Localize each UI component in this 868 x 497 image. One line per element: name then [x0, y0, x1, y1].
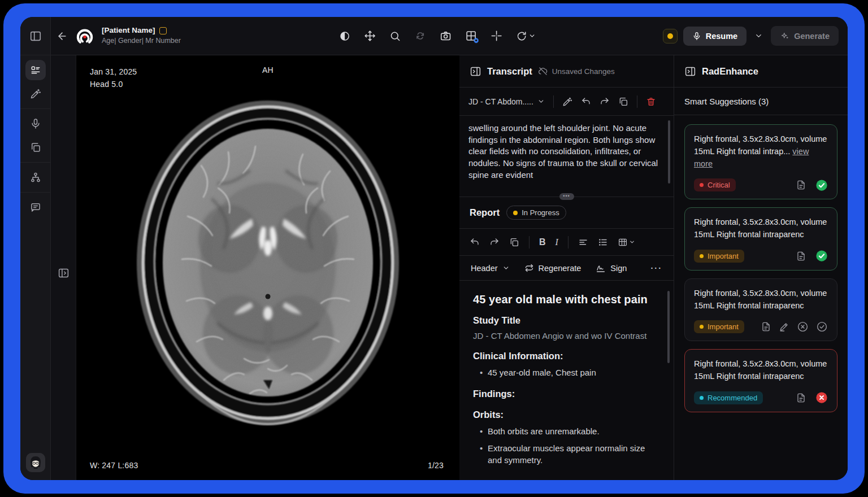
- document-icon[interactable]: [761, 321, 771, 332]
- suggestion-text: Right frontal, 3.5x2.8x3.0cm, volume 15m…: [694, 358, 828, 383]
- resume-button[interactable]: Resume: [683, 27, 747, 46]
- resume-options-button[interactable]: [752, 28, 765, 43]
- reset-view-control[interactable]: [516, 30, 536, 42]
- suggestion-card[interactable]: Right frontal, 3.5x2.8x3.0cm, volume 15m…: [684, 278, 837, 342]
- report-scrollbar[interactable]: [667, 291, 670, 363]
- check-filled-icon[interactable]: [815, 250, 828, 262]
- patient-checkbox-icon[interactable]: [159, 27, 167, 34]
- suggestion-text: Right frontal, 3.5x2.8x3.0cm, volume 15m…: [694, 216, 828, 241]
- list-item: 45 year-old male, Chest pain: [480, 367, 657, 378]
- generate-button[interactable]: Generate: [771, 26, 839, 46]
- status-dot-icon: [513, 211, 518, 215]
- collapse-panel-button[interactable]: [470, 66, 481, 77]
- undo-button[interactable]: [470, 237, 480, 247]
- hierarchy-icon: [30, 172, 41, 183]
- edit-icon[interactable]: [779, 321, 789, 332]
- sidebar-item-comments[interactable]: [23, 195, 48, 219]
- bold-button[interactable]: B: [539, 237, 546, 247]
- pan-icon[interactable]: [364, 30, 376, 42]
- check-circle-icon[interactable]: [816, 321, 828, 333]
- document-icon[interactable]: [796, 393, 806, 403]
- transcript-text[interactable]: swelling around the left shoulder joint.…: [459, 116, 674, 197]
- left-sidebar: [20, 17, 51, 480]
- delete-button[interactable]: [646, 97, 656, 107]
- align-left-button[interactable]: [578, 237, 588, 247]
- suggestion-card[interactable]: Right frontal, 3.5x2.8x3.0cm, volume 15m…: [684, 124, 837, 199]
- chevron-down-icon: [537, 98, 545, 105]
- patient-name: [Patient Name]: [102, 26, 155, 36]
- more-options-button[interactable]: ···: [651, 264, 663, 273]
- redo-button[interactable]: [600, 97, 610, 107]
- magic-wand-button[interactable]: [562, 97, 572, 107]
- screenshot-icon[interactable]: [440, 30, 452, 42]
- suggestion-card[interactable]: Right frontal, 3.5x2.8x3.0cm, volume 15m…: [684, 207, 837, 271]
- study-title-heading: Study Title: [473, 315, 657, 326]
- contrast-icon[interactable]: [339, 30, 350, 42]
- priority-badge: Critical: [694, 178, 736, 191]
- user-avatar[interactable]: [26, 453, 45, 472]
- report-status-label: In Progress: [522, 208, 559, 217]
- rotate-3d-icon[interactable]: [414, 30, 426, 42]
- sidebar-item-dictation[interactable]: [23, 112, 48, 136]
- copy-button[interactable]: [618, 97, 628, 107]
- header-dropdown[interactable]: Header: [471, 264, 510, 273]
- undo-button[interactable]: [581, 97, 591, 107]
- collapse-panel-button[interactable]: [684, 66, 696, 77]
- header-dropdown-label: Header: [471, 264, 498, 273]
- study-date: Jan 31, 2025: [90, 66, 137, 78]
- clinical-info-list: 45 year-old male, Chest pain: [473, 367, 657, 378]
- top-toolbar: [Patient Name] Age| Gender| Mr Number: [51, 17, 848, 55]
- recording-indicator[interactable]: [663, 29, 678, 43]
- findings-heading: Findings:: [473, 389, 657, 399]
- report-doc-title: 45 year old male with chest pain: [473, 293, 657, 306]
- sidebar-item-workflow[interactable]: [23, 165, 48, 189]
- panel-expand-button[interactable]: [51, 66, 76, 480]
- sidebar-item-templates[interactable]: [23, 58, 48, 82]
- microphone-icon: [692, 32, 701, 41]
- priority-badge: Important: [694, 320, 744, 333]
- reset-icon: [516, 30, 527, 42]
- chevron-down-icon: [502, 264, 510, 272]
- document-icon[interactable]: [796, 251, 806, 261]
- report-format-toolbar: B I: [459, 228, 674, 256]
- x-filled-icon[interactable]: [815, 391, 828, 404]
- check-filled-icon[interactable]: [815, 179, 828, 191]
- image-viewer[interactable]: Jan 31, 2025Head 5.0 AH W: 247 L:683 1/2…: [76, 55, 459, 480]
- radenhance-title: RadEnhance: [702, 66, 758, 77]
- panel-resize-handle[interactable]: •••: [559, 193, 574, 200]
- document-icon[interactable]: [796, 180, 806, 190]
- patient-meta: Age| Gender| Mr Number: [102, 37, 181, 46]
- regenerate-label: Regenerate: [539, 264, 581, 273]
- transcript-scrollbar[interactable]: [668, 120, 670, 184]
- back-button[interactable]: [57, 30, 68, 42]
- layout-settings-icon[interactable]: [465, 30, 477, 42]
- report-editor[interactable]: 45 year old male with chest pain Study T…: [459, 281, 674, 480]
- orbits-heading: Orbits:: [473, 409, 657, 420]
- study-select[interactable]: JD - CT Abdom.....: [468, 97, 545, 106]
- regenerate-icon: [524, 263, 534, 273]
- crosshair-icon[interactable]: [491, 30, 502, 42]
- panel-left-toggle[interactable]: [23, 24, 48, 48]
- magic-wand-icon: [30, 88, 41, 99]
- clinical-info-heading: Clinical Information:: [473, 351, 657, 361]
- priority-badge: Recommended: [694, 391, 763, 404]
- microphone-icon: [30, 118, 41, 129]
- italic-button[interactable]: I: [555, 237, 558, 247]
- report-header: ••• Report In Progress: [459, 197, 674, 228]
- regenerate-button[interactable]: Regenerate: [524, 263, 581, 273]
- suggestion-card[interactable]: Right frontal, 3.5x2.8x3.0cm, volume 15m…: [684, 349, 837, 412]
- report-title: Report: [470, 207, 500, 218]
- sidebar-item-copies[interactable]: [23, 136, 48, 159]
- redo-button[interactable]: [489, 237, 500, 247]
- orientation-label: AH: [262, 66, 274, 75]
- panel-expand-icon: [58, 267, 70, 279]
- table-button[interactable]: [618, 237, 635, 247]
- study-select-value: JD - CT Abdom.....: [468, 97, 533, 106]
- x-circle-icon[interactable]: [797, 321, 809, 333]
- orbits-list: Both orbits are unremarkable. Extraocula…: [473, 425, 657, 466]
- sidebar-item-magic-edit[interactable]: [23, 82, 48, 106]
- copy-button[interactable]: [509, 237, 519, 247]
- list-button[interactable]: [598, 237, 608, 247]
- sign-button[interactable]: Sign: [596, 263, 627, 273]
- zoom-icon[interactable]: [389, 30, 401, 42]
